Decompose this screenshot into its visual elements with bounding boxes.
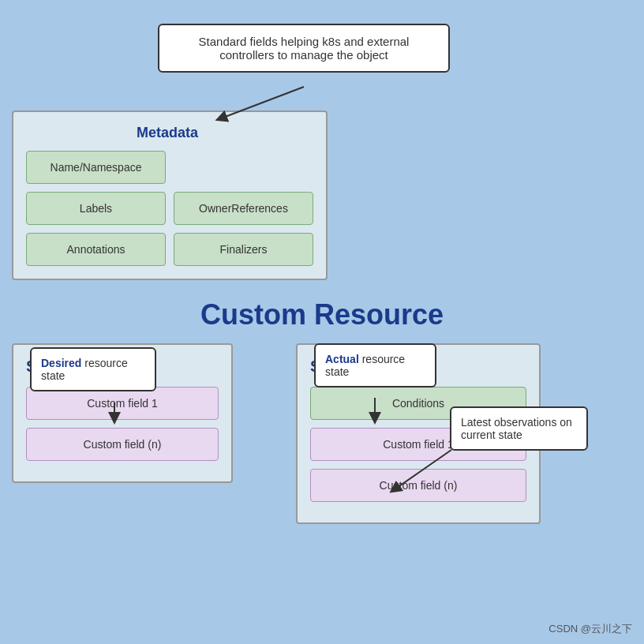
desired-callout: Desired resource state bbox=[30, 347, 156, 391]
spec-field-n: Custom field (n) bbox=[26, 428, 219, 461]
actual-callout: Actual resource state bbox=[314, 343, 436, 388]
status-field-n: Custom field (n) bbox=[310, 469, 526, 502]
actual-bold: Actual bbox=[325, 353, 359, 365]
annotations-item: Annotations bbox=[26, 233, 166, 266]
top-callout: Standard fields helping k8s and external… bbox=[158, 24, 450, 73]
latest-callout: Latest observations on current state bbox=[450, 406, 588, 451]
metadata-grid: Name/Namespace Labels OwnerReferences An… bbox=[26, 151, 313, 266]
spec-field-1: Custom field 1 bbox=[26, 387, 219, 420]
owner-references-item: OwnerReferences bbox=[174, 192, 313, 225]
custom-resource-title: Custom Resource bbox=[0, 298, 644, 331]
desired-bold: Desired bbox=[41, 357, 81, 369]
latest-callout-text: Latest observations on current state bbox=[461, 416, 572, 441]
top-callout-text: Standard fields helping k8s and external… bbox=[199, 35, 410, 62]
watermark: CSDN @云川之下 bbox=[549, 622, 632, 636]
name-namespace-item: Name/Namespace bbox=[26, 151, 166, 184]
empty-item bbox=[174, 151, 313, 184]
finalizers-item: Finalizers bbox=[174, 233, 313, 266]
metadata-title: Metadata bbox=[137, 125, 313, 141]
labels-item: Labels bbox=[26, 192, 166, 225]
metadata-box: Metadata Name/Namespace Labels OwnerRefe… bbox=[12, 110, 328, 280]
